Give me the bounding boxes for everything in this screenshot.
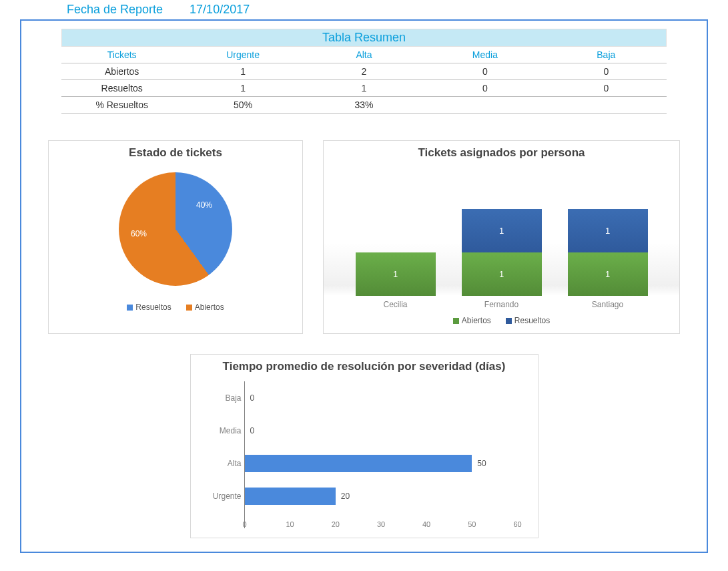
legend-item: Abiertos	[453, 316, 491, 325]
seg-abiertos: 1	[568, 252, 648, 296]
hbar-title: Tiempo promedio de resolución por severi…	[191, 355, 538, 376]
cell: 0	[424, 63, 545, 80]
pie-chart: 40% 60%	[119, 172, 232, 286]
cell: 1	[182, 63, 303, 80]
square-icon	[186, 305, 192, 311]
xtick: 40	[422, 520, 430, 528]
xtick: 30	[377, 520, 385, 528]
hbar-cat: Alta	[195, 459, 242, 468]
hbar-value: 50	[477, 459, 486, 468]
table-row: % Resueltos 50% 33%	[61, 97, 667, 114]
cell: 50%	[182, 97, 303, 114]
hbar-row: Baja 0	[245, 385, 518, 411]
seg-resueltos: 1	[568, 209, 648, 252]
pie-label-abiertos: 60%	[131, 229, 147, 238]
stacked-legend: Abiertos Resueltos	[324, 309, 679, 333]
cell: 1	[182, 80, 303, 97]
cell: 0	[424, 80, 545, 97]
summary-table-block: Tabla Resumen Tickets Urgente Alta Media…	[61, 29, 667, 114]
stacked-bar-area: 1 1 1 1 1	[324, 162, 679, 296]
summary-table: Tickets Urgente Alta Media Baja Abiertos…	[61, 47, 667, 114]
cell: 33%	[304, 97, 424, 114]
stack-bar: 1	[356, 252, 436, 296]
hbar-panel: Tiempo promedio de resolución por severi…	[190, 354, 538, 538]
xtick: 60	[513, 520, 521, 528]
col-media: Media	[424, 47, 545, 63]
stack-bar: 1 1	[462, 209, 542, 296]
hbar-value: 20	[341, 492, 350, 501]
square-icon	[453, 318, 459, 324]
pie-legend: Resueltos Abiertos	[49, 296, 302, 320]
pie-chart-title: Estado de tickets	[49, 141, 302, 162]
stacked-bar-panel: Tickets asignados por persona 1 1 1	[323, 140, 680, 334]
col-baja: Baja	[546, 47, 667, 63]
pie-label-resueltos: 40%	[196, 200, 212, 210]
report-page: Fecha de Reporte 17/10/2017 Tabla Resume…	[0, 0, 728, 566]
stacked-bar-title: Tickets asignados por persona	[324, 141, 679, 162]
seg-abiertos: 1	[356, 252, 436, 296]
square-icon	[506, 318, 512, 324]
cell: 0	[546, 63, 667, 80]
stack-col: 1	[356, 252, 436, 296]
legend-label: Abiertos	[195, 303, 224, 312]
legend-item: Resueltos	[506, 316, 550, 325]
table-row: Resueltos 1 1 0 0	[61, 80, 667, 97]
legend-item: Abiertos	[186, 303, 224, 312]
hbar-row: Urgente 20	[245, 483, 518, 510]
report-frame: Tabla Resumen Tickets Urgente Alta Media…	[20, 19, 708, 553]
xtick: 20	[332, 520, 340, 528]
hbar-rows: Baja 0 Media 0 Alta 50	[245, 381, 518, 512]
report-date-value: 17/10/2017	[190, 3, 250, 17]
cell: 0	[546, 80, 667, 97]
stacked-cat-labels: Cecilia Fernando Santiago	[324, 296, 679, 309]
report-date-label: Fecha de Reporte	[67, 3, 163, 17]
seg-abiertos: 1	[462, 252, 542, 296]
charts-row: Estado de tickets 40% 60% Resueltos Abie…	[48, 140, 680, 334]
cat-label: Cecilia	[356, 300, 436, 309]
xtick: 0	[242, 520, 246, 528]
hbar-bar	[245, 455, 472, 472]
row-label: Abiertos	[61, 63, 182, 80]
row-label: % Resueltos	[61, 97, 182, 114]
table-row: Abiertos 1 2 0 0	[61, 63, 667, 80]
stack-bar: 1 1	[568, 209, 648, 296]
legend-label: Resueltos	[514, 316, 550, 325]
stack-col: 1 1	[462, 209, 542, 296]
hbar-cat: Baja	[195, 393, 242, 403]
summary-header-row: Tickets Urgente Alta Media Baja	[61, 47, 667, 63]
pie-chart-area: 40% 60%	[49, 162, 302, 296]
seg-resueltos: 1	[462, 209, 542, 252]
hbar-value: 0	[250, 393, 255, 403]
hbar-value: 0	[250, 426, 255, 435]
legend-item: Resueltos	[127, 303, 171, 312]
hbar-bar	[245, 488, 336, 505]
summary-title: Tabla Resumen	[61, 29, 667, 47]
pie-chart-panel: Estado de tickets 40% 60% Resueltos Abie…	[48, 140, 303, 334]
col-alta: Alta	[304, 47, 424, 63]
row-label: Resueltos	[61, 80, 182, 97]
cell: 1	[304, 80, 424, 97]
report-date-header: Fecha de Reporte 17/10/2017	[20, 0, 708, 19]
xtick: 10	[286, 520, 294, 528]
col-tickets: Tickets	[61, 47, 182, 63]
hbar-row: Alta 50	[245, 450, 518, 477]
cell	[424, 97, 545, 114]
legend-label: Resueltos	[135, 303, 171, 312]
col-urgente: Urgente	[182, 47, 303, 63]
hbar-plot: 0 10 20 30 40 50 60 Baja 0 Media 0	[244, 381, 518, 528]
square-icon	[127, 305, 133, 311]
hbar-cat: Urgente	[195, 492, 242, 501]
hbar-row: Media 0	[245, 417, 518, 444]
hbar-cat: Media	[195, 426, 242, 435]
stack-col: 1 1	[568, 209, 648, 296]
cell	[546, 97, 667, 114]
xtick: 50	[468, 520, 476, 528]
cell: 2	[304, 63, 424, 80]
cat-label: Santiago	[568, 300, 648, 309]
cat-label: Fernando	[462, 300, 542, 309]
legend-label: Abiertos	[462, 316, 491, 325]
